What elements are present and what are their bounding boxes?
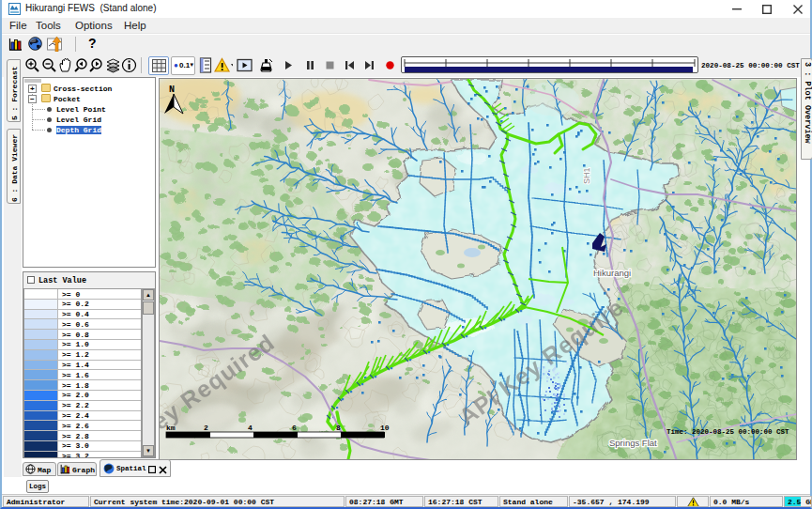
svg-text:km: km: [166, 424, 176, 432]
svg-text:SH1: SH1: [582, 167, 591, 184]
svg-text:N: N: [169, 85, 175, 95]
svg-text:4: 4: [248, 424, 253, 432]
svg-text:Springs Flat: Springs Flat: [609, 438, 657, 448]
svg-text:10: 10: [380, 424, 390, 432]
svg-text:2: 2: [204, 424, 208, 432]
svg-text:Hikurangi: Hikurangi: [593, 268, 631, 278]
svg-text:8: 8: [336, 424, 341, 432]
svg-text:6: 6: [292, 424, 297, 432]
svg-text:Time: 2020-08-25 00:00:00 CST: Time: 2020-08-25 00:00:00 CST: [666, 428, 789, 436]
